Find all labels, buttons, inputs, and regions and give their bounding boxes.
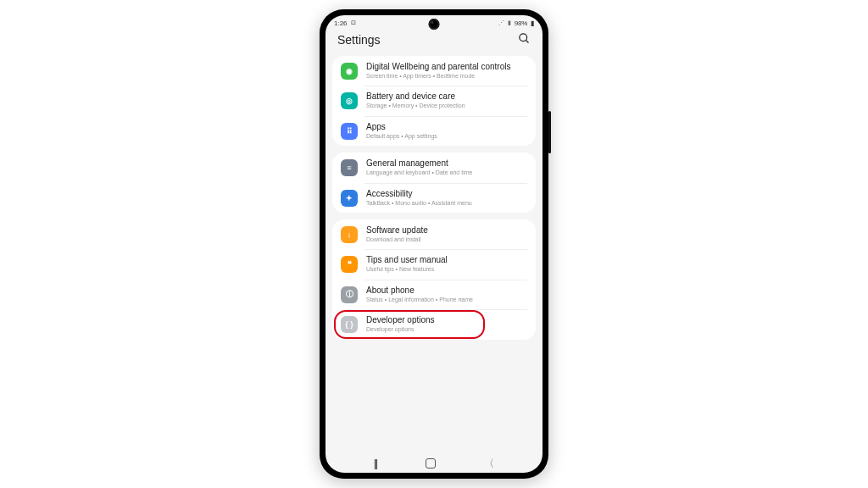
settings-item[interactable]: ✦AccessibilityTalkBack • Mono audio • As…: [332, 183, 536, 213]
settings-list[interactable]: ◉Digital Wellbeing and parental controls…: [326, 56, 542, 454]
wellbeing-icon: ◉: [341, 63, 358, 80]
settings-item-text: Battery and device careStorage • Memory …: [366, 92, 527, 109]
settings-item-text: Digital Wellbeing and parental controlsS…: [366, 62, 527, 80]
settings-group: ↓Software updateDownload and install❝Tip…: [332, 219, 536, 340]
apps-icon: ⠿: [341, 123, 358, 140]
settings-item-subtitle: Screen time • App timers • Bedtime mode: [366, 73, 527, 80]
settings-item-text: About phoneStatus • Legal information • …: [366, 286, 527, 303]
settings-item-title: Developer options: [366, 315, 527, 325]
nav-home-button[interactable]: [426, 458, 436, 469]
battery-icon: ▮: [531, 19, 534, 27]
settings-item-subtitle: Download and install: [366, 236, 527, 243]
settings-item[interactable]: ◎Battery and device careStorage • Memory…: [332, 86, 536, 115]
device-care-icon: ◎: [341, 92, 358, 109]
camera-punch-hole: [429, 19, 440, 30]
search-icon: [518, 32, 531, 45]
settings-item-subtitle: TalkBack • Mono audio • Assistant menu: [366, 200, 527, 207]
settings-item[interactable]: ≡General managementLanguage and keyboard…: [332, 152, 536, 182]
nav-recents-button[interactable]: |||: [374, 458, 376, 469]
screen: 1:26 ⊡ ⋰ ▮ 98% ▮ Settings ◉Digita: [326, 15, 542, 473]
settings-item-title: Battery and device care: [366, 92, 527, 102]
settings-item-subtitle: Status • Legal information • Phone name: [366, 297, 527, 303]
settings-item-title: Digital Wellbeing and parental controls: [366, 62, 527, 72]
navigation-bar: ||| 〈: [326, 454, 542, 473]
settings-item-subtitle: Useful tips • New features: [366, 266, 527, 273]
header: Settings: [326, 30, 542, 56]
accessibility-icon: ✦: [341, 190, 358, 207]
settings-item-title: Accessibility: [366, 189, 527, 199]
settings-group: ≡General managementLanguage and keyboard…: [332, 152, 536, 213]
settings-item-text: Software updateDownload and install: [366, 225, 527, 243]
settings-item-title: General management: [366, 158, 527, 169]
about-phone-icon: ⓘ: [341, 286, 358, 303]
settings-item-subtitle: Language and keyboard • Date and time: [366, 169, 527, 176]
settings-item[interactable]: ❝Tips and user manualUseful tips • New f…: [332, 249, 536, 279]
settings-item-subtitle: Developer options: [366, 326, 527, 333]
settings-item-text: AccessibilityTalkBack • Mono audio • Ass…: [366, 189, 527, 207]
stage: 1:26 ⊡ ⋰ ▮ 98% ▮ Settings ◉Digita: [0, 0, 868, 488]
phone-frame: 1:26 ⊡ ⋰ ▮ 98% ▮ Settings ◉Digita: [320, 9, 548, 479]
developer-options-icon: { }: [341, 316, 358, 333]
settings-item-subtitle: Default apps • App settings: [366, 133, 527, 140]
settings-item-text: Developer optionsDeveloper options: [366, 315, 527, 333]
settings-item-text: Tips and user manualUseful tips • New fe…: [366, 255, 527, 273]
settings-group: ◉Digital Wellbeing and parental controls…: [332, 56, 536, 146]
settings-item-title: Tips and user manual: [366, 255, 527, 265]
search-button[interactable]: [518, 32, 531, 47]
svg-line-1: [526, 40, 528, 42]
settings-item-title: Apps: [366, 122, 527, 132]
settings-item-title: Software update: [366, 225, 527, 236]
settings-item-text: AppsDefault apps • App settings: [366, 122, 527, 140]
page-title: Settings: [337, 33, 381, 47]
settings-item-text: General managementLanguage and keyboard …: [366, 158, 527, 176]
settings-item-subtitle: Storage • Memory • Device protection: [366, 103, 527, 109]
wifi-icon: ⋰: [498, 19, 504, 26]
settings-item-title: About phone: [366, 286, 527, 296]
settings-item[interactable]: ⓘAbout phoneStatus • Legal information •…: [332, 280, 536, 309]
status-battery-text: 98%: [515, 19, 527, 27]
settings-item[interactable]: ↓Software updateDownload and install: [332, 219, 536, 249]
status-indicator-icon: ⊡: [351, 19, 356, 26]
settings-item[interactable]: { }Developer optionsDeveloper options: [332, 309, 536, 339]
side-button: [548, 111, 551, 153]
general-management-icon: ≡: [341, 159, 358, 176]
software-update-icon: ↓: [341, 226, 358, 243]
settings-item[interactable]: ⠿AppsDefault apps • App settings: [332, 116, 536, 146]
svg-point-0: [520, 34, 527, 42]
tips-icon: ❝: [341, 256, 358, 273]
nav-back-button[interactable]: 〈: [484, 457, 494, 471]
status-time: 1:26: [334, 19, 348, 27]
signal-icon: ▮: [508, 19, 511, 26]
settings-item[interactable]: ◉Digital Wellbeing and parental controls…: [332, 56, 536, 86]
